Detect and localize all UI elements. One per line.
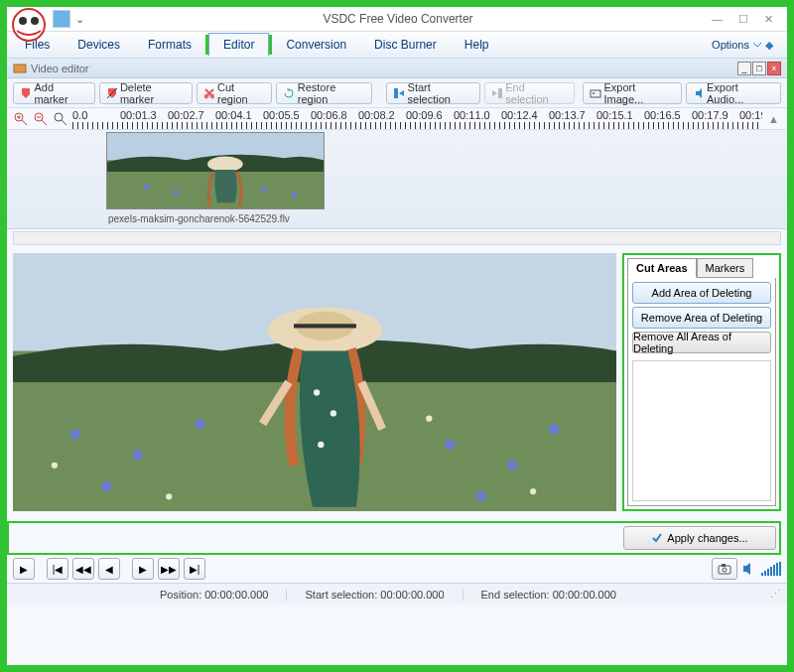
end-selection-button[interactable]: End selection [484, 82, 575, 104]
svg-point-37 [195, 419, 204, 429]
tab-help[interactable]: Help [451, 34, 503, 56]
svg-point-43 [52, 463, 58, 469]
options-menu[interactable]: Options◆ [712, 39, 783, 52]
svg-point-33 [331, 410, 336, 416]
resize-grip-icon[interactable]: ⋰ [770, 588, 781, 601]
tab-editor[interactable]: Editor [208, 33, 269, 57]
cut-areas-panel: Cut Areas Markers Add Area of Deleting R… [622, 253, 781, 511]
svg-point-23 [144, 185, 150, 191]
svg-point-34 [318, 442, 324, 448]
sub-close-button[interactable]: × [767, 62, 781, 75]
tab-disc-burner[interactable]: Disc Burner [360, 34, 451, 56]
svg-point-22 [207, 156, 243, 172]
timeline-ruler[interactable]: 0.000:01.300:02.700:04.100:05.500:06.800… [72, 109, 762, 129]
svg-rect-8 [498, 88, 502, 98]
svg-point-40 [507, 461, 517, 470]
tab-devices[interactable]: Devices [64, 34, 134, 56]
play-button[interactable]: ▶ [13, 558, 35, 580]
cut-areas-list[interactable] [632, 360, 771, 501]
delete-marker-button[interactable]: Delete marker [99, 82, 193, 104]
svg-point-32 [314, 389, 320, 395]
svg-point-18 [55, 113, 63, 121]
playback-controls: ▶ |◀ ◀◀ ◀ ▶ ▶▶ ▶| [7, 555, 787, 583]
svg-point-35 [70, 429, 80, 439]
svg-point-39 [445, 440, 455, 450]
sub-window-titlebar: Video editor _ □ × [7, 59, 787, 78]
restore-region-button[interactable]: Restore region [276, 82, 372, 104]
timeline-horizontal-scrollbar[interactable] [13, 231, 781, 245]
cut-region-button[interactable]: Cut region [197, 82, 273, 104]
export-image-button[interactable]: Export Image... [583, 82, 681, 104]
svg-point-1 [19, 17, 27, 25]
step-forward-button[interactable]: ▶ [132, 558, 154, 580]
add-marker-button[interactable]: Add marker [13, 82, 95, 104]
fast-forward-button[interactable]: ▶▶ [158, 558, 180, 580]
maximize-button[interactable]: ☐ [738, 13, 748, 26]
timeline-zoom-row: 0.000:01.300:02.700:04.100:05.500:06.800… [7, 108, 787, 130]
status-end-selection: End selection: 00:00:00.000 [463, 589, 634, 601]
svg-point-48 [723, 568, 727, 572]
minimize-button[interactable]: — [712, 13, 723, 26]
video-clip[interactable] [106, 132, 325, 209]
go-end-button[interactable]: ▶| [184, 558, 205, 580]
zoom-in-icon[interactable] [13, 111, 29, 127]
sub-minimize-button[interactable]: _ [737, 62, 751, 75]
video-preview [13, 253, 616, 511]
zoom-fit-icon[interactable] [53, 111, 68, 127]
sub-maximize-button[interactable]: □ [752, 62, 766, 75]
speaker-icon[interactable] [741, 561, 757, 577]
title-bar: ⌄ VSDC Free Video Converter — ☐ ✕ [7, 7, 787, 31]
menu-tabs: Files Devices Formats Editor Conversion … [7, 31, 787, 59]
timeline-track[interactable]: pexels-maksim-goncharenok-5642529.flv [7, 130, 787, 229]
editor-toolbar: Add marker Delete marker Cut region Rest… [7, 78, 787, 108]
export-audio-button[interactable]: Export Audio... [686, 82, 782, 104]
svg-line-19 [62, 120, 66, 125]
check-icon [651, 532, 663, 544]
tab-cut-areas[interactable]: Cut Areas [627, 258, 697, 278]
svg-point-25 [262, 187, 268, 193]
start-selection-button[interactable]: Start selection [386, 82, 480, 104]
app-icon [11, 7, 47, 43]
svg-point-42 [475, 491, 485, 501]
svg-rect-31 [294, 324, 356, 328]
svg-point-41 [549, 424, 559, 434]
svg-point-46 [426, 416, 432, 422]
svg-point-10 [593, 92, 595, 94]
apply-changes-button[interactable]: Apply changes... [623, 526, 776, 550]
remove-area-button[interactable]: Remove Area of Deleting [632, 307, 771, 329]
svg-point-38 [101, 481, 111, 491]
svg-rect-9 [591, 90, 600, 97]
status-bar: Position: 00:00:00.000 Start selection: … [7, 583, 787, 605]
rewind-button[interactable]: ◀◀ [72, 558, 94, 580]
tab-formats[interactable]: Formats [134, 34, 205, 56]
status-start-selection: Start selection: 00:00:00.000 [287, 589, 463, 601]
svg-point-44 [166, 493, 172, 499]
svg-point-26 [291, 192, 297, 198]
svg-line-12 [22, 120, 27, 125]
svg-line-16 [42, 120, 47, 125]
timeline-scroll-up[interactable]: ▲ [766, 113, 781, 125]
sub-window-title: Video editor [31, 63, 89, 74]
svg-rect-47 [719, 566, 730, 574]
zoom-out-icon[interactable] [33, 111, 49, 127]
volume-slider[interactable] [761, 562, 781, 576]
tab-markers[interactable]: Markers [697, 258, 754, 278]
close-button[interactable]: ✕ [764, 13, 773, 26]
svg-point-45 [530, 488, 536, 494]
svg-point-36 [133, 450, 143, 460]
add-area-button[interactable]: Add Area of Deleting [632, 282, 771, 304]
quick-access-dropdown[interactable] [53, 10, 70, 28]
svg-point-2 [31, 17, 39, 25]
go-start-button[interactable]: |◀ [47, 558, 68, 580]
video-editor-icon [13, 62, 27, 75]
svg-point-0 [13, 9, 45, 41]
svg-point-24 [173, 190, 179, 196]
tab-conversion[interactable]: Conversion [272, 34, 360, 56]
window-title: VSDC Free Video Converter [84, 12, 712, 26]
quick-access-arrow-icon[interactable]: ⌄ [74, 13, 84, 26]
status-position: Position: 00:00:00.000 [142, 589, 287, 601]
remove-all-areas-button[interactable]: Remove All Areas of Deleting [632, 332, 771, 353]
step-back-button[interactable]: ◀ [98, 558, 120, 580]
svg-rect-49 [722, 564, 726, 567]
snapshot-button[interactable] [712, 558, 737, 580]
